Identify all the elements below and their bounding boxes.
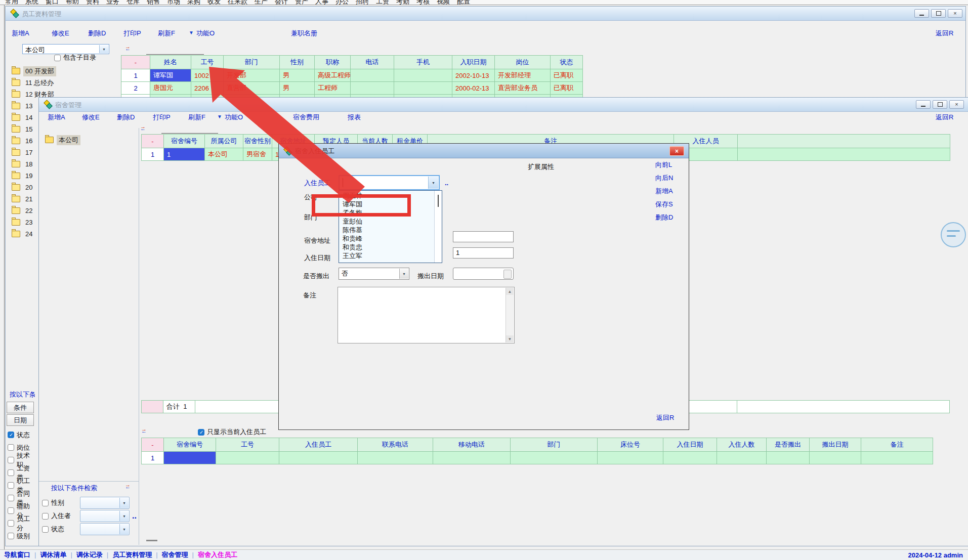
- menu-item[interactable]: 帮助: [66, 0, 79, 2]
- resident-combobox[interactable]: ▾: [339, 175, 440, 190]
- edit-button[interactable]: 修改E: [82, 113, 100, 122]
- scroll-down-icon[interactable]: ▼: [506, 335, 514, 342]
- moved-out-select[interactable]: 否 ▾: [339, 268, 409, 280]
- column-header[interactable]: 电话: [351, 56, 394, 69]
- table-cell[interactable]: 2: [121, 82, 150, 95]
- checkbox-box[interactable]: [42, 513, 49, 520]
- chevron-down-icon[interactable]: ▾: [119, 498, 129, 508]
- menu-item[interactable]: 采购: [187, 0, 200, 2]
- function-menu-button[interactable]: 功能O: [225, 113, 243, 122]
- splitter-handle[interactable]: [146, 540, 157, 541]
- table-cell[interactable]: [861, 452, 933, 464]
- dropdown-option[interactable]: 王立军: [339, 251, 435, 260]
- reports-button[interactable]: 报表: [348, 113, 361, 122]
- chevron-down-icon[interactable]: ▾: [119, 511, 129, 521]
- table-cell[interactable]: 男: [280, 69, 315, 82]
- filter-checkbox[interactable]: 级别: [8, 530, 34, 542]
- function-menu-button[interactable]: 功能O: [196, 29, 215, 38]
- table-cell[interactable]: 1: [142, 452, 164, 464]
- table-cell[interactable]: [511, 452, 598, 464]
- table-cell[interactable]: 本公司: [205, 148, 243, 161]
- menu-item[interactable]: 资料: [86, 0, 99, 2]
- menu-item[interactable]: 市场: [167, 0, 180, 2]
- column-header[interactable]: 手机: [394, 56, 452, 69]
- dialog-return-button[interactable]: 返回R: [656, 413, 674, 422]
- delete-button[interactable]: 删除D: [117, 113, 135, 122]
- filter-checkbox[interactable]: 状态: [8, 428, 34, 441]
- swap-columns-icon[interactable]: →←: [140, 125, 149, 132]
- table-cell[interactable]: 1: [164, 148, 205, 161]
- menu-item[interactable]: 资产: [295, 0, 308, 2]
- table-cell[interactable]: [433, 452, 511, 464]
- menu-item[interactable]: 仓库: [127, 0, 140, 2]
- table-cell[interactable]: 男: [280, 82, 315, 95]
- dialog-action-link[interactable]: 保存S: [655, 200, 673, 213]
- tree-item-department[interactable]: 11 总经办: [12, 77, 56, 89]
- dropdown-option[interactable]: 和贵峰: [339, 234, 435, 243]
- dropdown-option[interactable]: 谭军国: [339, 200, 435, 208]
- table-cell[interactable]: [216, 452, 279, 464]
- menu-item[interactable]: 往来款: [228, 0, 247, 2]
- checkbox-box[interactable]: [42, 500, 49, 506]
- maximize-button[interactable]: [931, 9, 946, 18]
- table-cell[interactable]: [810, 452, 861, 464]
- delete-button[interactable]: 删除D: [88, 29, 106, 38]
- checkbox-box[interactable]: [8, 533, 14, 539]
- column-header[interactable]: 部门: [224, 56, 280, 69]
- column-header[interactable]: 职称: [315, 56, 351, 69]
- table-cell[interactable]: 直营部: [224, 82, 280, 95]
- table-cell[interactable]: [351, 82, 394, 95]
- column-header[interactable]: 宿舍编号: [164, 135, 205, 148]
- column-header[interactable]: [738, 135, 950, 148]
- dropdown-option[interactable]: 孟冬梅: [339, 208, 435, 217]
- column-header[interactable]: 入住员工: [279, 438, 358, 452]
- status-nav-item[interactable]: 调休记录: [66, 550, 102, 559]
- column-header[interactable]: 状态: [551, 56, 583, 69]
- dialog-titlebar[interactable]: 宿舍入住员工 ×: [279, 144, 689, 158]
- dorm-window-titlebar[interactable]: 宿舍管理 ×: [39, 98, 968, 112]
- menu-item[interactable]: 工资: [376, 0, 389, 2]
- table-cell[interactable]: 开发部: [224, 69, 280, 82]
- add-button[interactable]: 新增A: [12, 29, 29, 38]
- table-cell[interactable]: 1002: [191, 69, 224, 82]
- table-cell[interactable]: [358, 452, 433, 464]
- column-header[interactable]: 搬出日期: [810, 438, 861, 452]
- column-header[interactable]: 入住人数: [717, 438, 767, 452]
- column-header[interactable]: 备注: [861, 438, 933, 452]
- dialog-action-link[interactable]: 向前L: [655, 160, 673, 174]
- table-cell[interactable]: 直营部业务员: [495, 82, 551, 95]
- column-header[interactable]: -: [142, 438, 164, 452]
- menu-item[interactable]: 招聘: [356, 0, 369, 2]
- close-button[interactable]: ×: [949, 100, 964, 109]
- swap-columns-icon[interactable]: →←: [125, 483, 134, 490]
- column-header[interactable]: -: [142, 135, 164, 148]
- status-nav-item[interactable]: 宿舍管理: [152, 550, 188, 559]
- lookup-dots[interactable]: ..: [132, 511, 137, 521]
- search-checkbox[interactable]: 入住者: [42, 511, 77, 521]
- swap-columns-icon[interactable]: →←: [125, 45, 134, 52]
- minimize-button[interactable]: [914, 9, 929, 18]
- parttime-roster-button[interactable]: 兼职名册: [291, 29, 317, 38]
- column-header[interactable]: -: [121, 56, 150, 69]
- tree-item-department[interactable]: 00 开发部: [12, 65, 56, 77]
- column-header[interactable]: 所属公司: [205, 135, 243, 148]
- table-cell[interactable]: 2000-02-13: [452, 82, 495, 95]
- address-extra-input[interactable]: [453, 231, 514, 242]
- table-cell[interactable]: 唐国元: [150, 82, 191, 95]
- checkbox-box[interactable]: [8, 495, 14, 501]
- chevron-down-icon[interactable]: ▾: [399, 269, 408, 279]
- checkbox-box[interactable]: [54, 55, 61, 61]
- table-cell[interactable]: [717, 452, 767, 464]
- return-button[interactable]: 返回R: [936, 113, 953, 122]
- menu-item[interactable]: 系统: [25, 0, 38, 2]
- employee-window-titlebar[interactable]: 员工资料管理 ×: [6, 7, 965, 21]
- table-cell[interactable]: [164, 452, 216, 464]
- table-cell[interactable]: 2002-10-13: [452, 69, 495, 82]
- table-cell[interactable]: [394, 82, 452, 95]
- status-nav-item[interactable]: 调休清单: [30, 550, 66, 559]
- refresh-button[interactable]: 刷新F: [188, 113, 205, 122]
- table-cell[interactable]: 2206: [191, 82, 224, 95]
- maximize-button[interactable]: [933, 100, 947, 109]
- column-header[interactable]: 部门: [511, 438, 598, 452]
- checkbox-box[interactable]: [8, 432, 14, 438]
